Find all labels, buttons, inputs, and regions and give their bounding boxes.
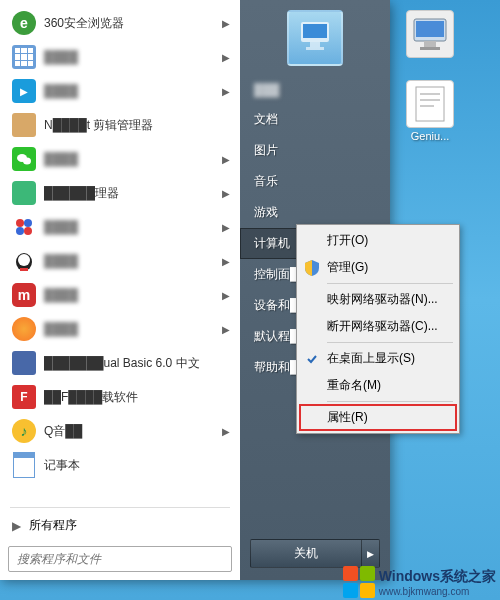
program-label: ████	[44, 84, 78, 98]
notepad-icon	[10, 451, 38, 479]
program-label: 360安全浏览器	[44, 15, 124, 32]
right-item-label: 帮助和█	[254, 360, 299, 374]
desktop-icon-computer[interactable]	[400, 10, 460, 60]
desktop-icon-geniu[interactable]: Geniu...	[400, 80, 460, 142]
separator	[327, 342, 453, 343]
program-item[interactable]: ♪Q音██▶	[4, 414, 236, 448]
svg-rect-1	[416, 21, 444, 37]
divider	[10, 507, 230, 508]
watermark-url: www.bjkmwang.com	[379, 586, 496, 597]
context-menu-item[interactable]: 属性(R)	[299, 404, 457, 431]
program-item[interactable]: ▶████▶	[4, 74, 236, 108]
submenu-arrow-icon: ▶	[222, 290, 230, 301]
program-item[interactable]: 记事本	[4, 448, 236, 482]
svg-point-13	[24, 227, 32, 235]
program-label: ██F████载软件	[44, 389, 138, 406]
svg-rect-20	[306, 47, 324, 50]
clip-icon	[10, 111, 38, 139]
program-label: ███████ual Basic 6.0 中文	[44, 355, 200, 372]
context-menu-item[interactable]: 在桌面上显示(S)	[299, 345, 457, 372]
context-item-label: 重命名(M)	[327, 377, 381, 394]
program-item[interactable]: e360安全浏览器▶	[4, 6, 236, 40]
submenu-arrow-icon: ▶	[222, 154, 230, 165]
svg-rect-7	[420, 105, 434, 107]
flash-icon: F	[10, 383, 38, 411]
context-item-label: 属性(R)	[327, 409, 368, 426]
right-item-label: 音乐	[254, 174, 278, 188]
right-panel-item[interactable]: 图片	[240, 135, 390, 166]
right-panel-item[interactable]: ███	[240, 76, 390, 104]
context-menu-item[interactable]: 打开(O)	[299, 227, 457, 254]
shutdown-options-button[interactable]: ▶	[362, 539, 380, 568]
program-label: N████t 剪辑管理器	[44, 117, 153, 134]
program-label: ████	[44, 152, 78, 166]
program-item[interactable]: ████▶	[4, 40, 236, 74]
context-item-label: 在桌面上显示(S)	[327, 350, 415, 367]
context-menu-item[interactable]: 映射网络驱动器(N)...	[299, 286, 457, 313]
right-item-label: 文档	[254, 112, 278, 126]
file-icon	[406, 80, 454, 128]
right-item-label: 游戏	[254, 205, 278, 219]
right-panel-item[interactable]: 音乐	[240, 166, 390, 197]
watermark-text: Windows系统之家	[379, 568, 496, 584]
program-item[interactable]: ████▶	[4, 244, 236, 278]
monitor-icon	[295, 18, 335, 58]
right-item-label: 图片	[254, 143, 278, 157]
svg-point-11	[24, 219, 32, 227]
submenu-arrow-icon: ▶	[222, 188, 230, 199]
svg-point-15	[18, 254, 30, 266]
program-label: ████	[44, 254, 78, 268]
program-item[interactable]: N████t 剪辑管理器	[4, 108, 236, 142]
shutdown-button[interactable]: 关机	[250, 539, 362, 568]
submenu-arrow-icon: ▶	[222, 324, 230, 335]
qqmusic-icon: ♪	[10, 417, 38, 445]
search-input[interactable]	[8, 546, 232, 572]
submenu-arrow-icon: ▶	[222, 52, 230, 63]
submenu-arrow-icon: ▶	[222, 222, 230, 233]
program-label: 记事本	[44, 457, 80, 474]
orange-icon	[10, 315, 38, 343]
all-programs[interactable]: ▶ 所有程序	[4, 511, 236, 540]
program-label: Q音██	[44, 423, 82, 440]
right-item-label: 控制面█	[254, 267, 299, 281]
start-left-panel: e360安全浏览器▶████▶▶████▶N████t 剪辑管理器████▶██…	[0, 0, 240, 580]
svg-rect-6	[420, 99, 440, 101]
context-menu-item[interactable]: 管理(G)	[299, 254, 457, 281]
program-label: ████	[44, 288, 78, 302]
ie-360-icon: e	[10, 9, 38, 37]
submenu-arrow-icon: ▶	[222, 86, 230, 97]
right-item-label: 默认程█	[254, 329, 299, 343]
tencent-icon: ▶	[10, 77, 38, 105]
shutdown-row: 关机 ▶	[250, 539, 380, 568]
program-item[interactable]: ████▶	[4, 142, 236, 176]
program-label: ████	[44, 220, 78, 234]
svg-rect-5	[420, 93, 440, 95]
right-panel-item[interactable]: 文档	[240, 104, 390, 135]
program-item[interactable]: ████▶	[4, 312, 236, 346]
context-menu-item[interactable]: 重命名(M)	[299, 372, 457, 399]
svg-rect-2	[424, 41, 436, 47]
program-item[interactable]: ███████ual Basic 6.0 中文	[4, 346, 236, 380]
search-box	[8, 546, 232, 572]
desktop-icon-label: Geniu...	[411, 130, 450, 142]
user-picture[interactable]	[287, 10, 343, 66]
program-item[interactable]: ██████理器▶	[4, 176, 236, 210]
program-item[interactable]: F██F████载软件	[4, 380, 236, 414]
shield-icon	[303, 259, 321, 277]
ximalaya-icon: m	[10, 281, 38, 309]
baidu-icon	[10, 213, 38, 241]
svg-rect-3	[420, 47, 440, 50]
all-programs-label: 所有程序	[29, 517, 77, 534]
wechat-icon	[10, 145, 38, 173]
context-menu-item[interactable]: 断开网络驱动器(C)...	[299, 313, 457, 340]
program-item[interactable]: m████▶	[4, 278, 236, 312]
svg-rect-16	[20, 268, 28, 271]
windows-logo-icon	[343, 566, 375, 598]
watermark: Windows系统之家 www.bjkmwang.com	[343, 566, 496, 598]
svg-rect-19	[310, 42, 320, 47]
program-item[interactable]: ████▶	[4, 210, 236, 244]
svg-point-9	[23, 158, 31, 165]
right-item-label: 设备和█	[254, 298, 299, 312]
program-list: e360安全浏览器▶████▶▶████▶N████t 剪辑管理器████▶██…	[4, 6, 236, 504]
manager-icon	[10, 179, 38, 207]
